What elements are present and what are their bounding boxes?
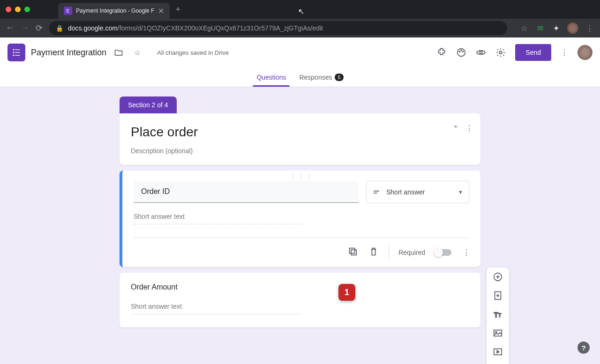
response-count-badge: 5	[335, 74, 343, 81]
svg-point-12	[463, 51, 464, 52]
browser-menu-icon[interactable]: ⋮	[585, 23, 594, 33]
tab-title: Payment Integration - Google F	[76, 7, 154, 14]
tab-questions[interactable]: Questions	[256, 67, 286, 87]
cursor-icon: ↖	[298, 7, 304, 16]
form-title[interactable]: Payment Integration	[31, 48, 106, 58]
svg-rect-6	[15, 52, 20, 53]
svg-rect-4	[15, 50, 20, 50]
browser-chrome: Payment Integration - Google F ✕ + ← → ⟳…	[0, 0, 600, 37]
question-card-active[interactable]: ⋮⋮⋮ Short answer ▼ Short answer text	[120, 171, 480, 267]
more-menu-icon[interactable]: ⋮	[561, 48, 568, 57]
minimize-window-button[interactable]	[15, 7, 21, 12]
section-description[interactable]: Description (optional)	[131, 147, 469, 155]
maximize-window-button[interactable]	[24, 7, 30, 12]
forms-favicon	[64, 7, 72, 15]
delete-icon[interactable]	[368, 246, 379, 259]
question-type-label: Short answer	[386, 188, 425, 196]
svg-rect-3	[13, 49, 15, 51]
required-toggle[interactable]	[435, 249, 451, 256]
help-button[interactable]: ?	[578, 342, 590, 354]
question-card[interactable]: Order Amount Short answer text	[120, 273, 480, 327]
form-tabs: Questions Responses 5	[0, 67, 600, 87]
save-status: All changes saved in Drive	[157, 49, 229, 56]
url-box[interactable]: 🔒 docs.google.com/forms/d/1QOZIyCXBX200o…	[49, 21, 507, 35]
short-answer-placeholder: Short answer text	[131, 303, 300, 314]
svg-point-14	[500, 51, 502, 54]
svg-point-10	[459, 51, 460, 52]
add-title-icon[interactable]: TT	[492, 309, 503, 320]
addons-icon[interactable]	[436, 47, 447, 58]
side-toolbar: TT	[487, 267, 509, 364]
svg-rect-8	[15, 55, 20, 56]
extensions-icon[interactable]: ✦	[551, 23, 561, 33]
short-answer-placeholder: Short answer text	[134, 213, 302, 224]
header-right: Send ⋮	[436, 44, 592, 61]
question-more-icon[interactable]: ⋮	[461, 248, 472, 257]
svg-rect-17	[352, 250, 357, 255]
section-header-card[interactable]: Place order Description (optional) ⌄⌃ ⋮	[120, 113, 480, 165]
url-text: docs.google.com/forms/d/1QOZIyCXBX200oXE…	[68, 24, 323, 32]
svg-text:T: T	[498, 313, 501, 318]
short-answer-icon	[372, 188, 381, 196]
user-avatar[interactable]	[578, 45, 592, 60]
svg-rect-2	[66, 12, 69, 13]
svg-point-11	[461, 50, 462, 51]
collapse-section-icon[interactable]: ⌄⌃	[453, 124, 458, 133]
reload-button[interactable]: ⟳	[36, 23, 43, 33]
separator	[389, 245, 389, 260]
svg-rect-5	[13, 52, 15, 53]
add-image-icon[interactable]	[492, 327, 503, 339]
send-button[interactable]: Send	[515, 44, 551, 61]
section-badge: Section 2 of 4	[120, 97, 177, 113]
drag-handle-icon[interactable]: ⋮⋮⋮	[122, 171, 480, 181]
close-window-button[interactable]	[6, 7, 11, 12]
required-label: Required	[398, 249, 425, 256]
question-type-select[interactable]: Short answer ▼	[366, 181, 469, 203]
settings-icon[interactable]	[495, 47, 506, 58]
duplicate-icon[interactable]	[347, 246, 359, 259]
svg-rect-7	[13, 55, 15, 56]
section-title[interactable]: Place order	[131, 125, 469, 140]
add-question-icon[interactable]	[492, 271, 503, 282]
forward-button[interactable]: →	[21, 23, 29, 33]
profile-avatar[interactable]	[567, 22, 578, 34]
address-bar: ← → ⟳ 🔒 docs.google.com/forms/d/1QOZIyCX…	[0, 19, 600, 37]
question-title-input[interactable]	[134, 181, 359, 203]
form-canvas: Section 2 of 4 Place order Description (…	[0, 87, 600, 327]
nav-buttons: ← → ⟳	[6, 23, 43, 33]
svg-rect-1	[66, 11, 69, 11]
forms-logo[interactable]	[8, 44, 25, 61]
bookmark-star-icon[interactable]: ☆	[519, 23, 529, 33]
add-video-icon[interactable]	[492, 346, 503, 357]
lock-icon: 🔒	[56, 25, 63, 32]
svg-text:T: T	[494, 311, 498, 319]
preview-icon[interactable]	[476, 47, 486, 58]
back-button[interactable]: ←	[6, 23, 14, 33]
new-tab-button[interactable]: +	[175, 5, 180, 15]
annotation-badge: 1	[338, 284, 355, 301]
app-header: Payment Integration ☆ All changes saved …	[0, 37, 600, 67]
svg-rect-18	[350, 248, 355, 253]
question-title: Order Amount	[131, 283, 469, 291]
import-questions-icon[interactable]	[492, 290, 503, 301]
tab-responses[interactable]: Responses 5	[299, 67, 343, 87]
addr-right: ☆ ✉ ✦ ⋮	[519, 22, 594, 34]
browser-tab[interactable]: Payment Integration - Google F ✕	[58, 3, 170, 19]
palette-icon[interactable]	[456, 47, 466, 58]
svg-point-13	[480, 51, 483, 54]
close-tab-icon[interactable]: ✕	[158, 7, 164, 15]
move-folder-icon[interactable]	[112, 46, 125, 59]
section-more-icon[interactable]: ⋮	[465, 124, 473, 133]
star-icon[interactable]: ☆	[131, 46, 144, 59]
mail-extension-icon[interactable]: ✉	[535, 23, 545, 33]
chevron-down-icon: ▼	[458, 189, 463, 195]
window-controls	[6, 7, 30, 12]
svg-rect-0	[66, 9, 69, 10]
